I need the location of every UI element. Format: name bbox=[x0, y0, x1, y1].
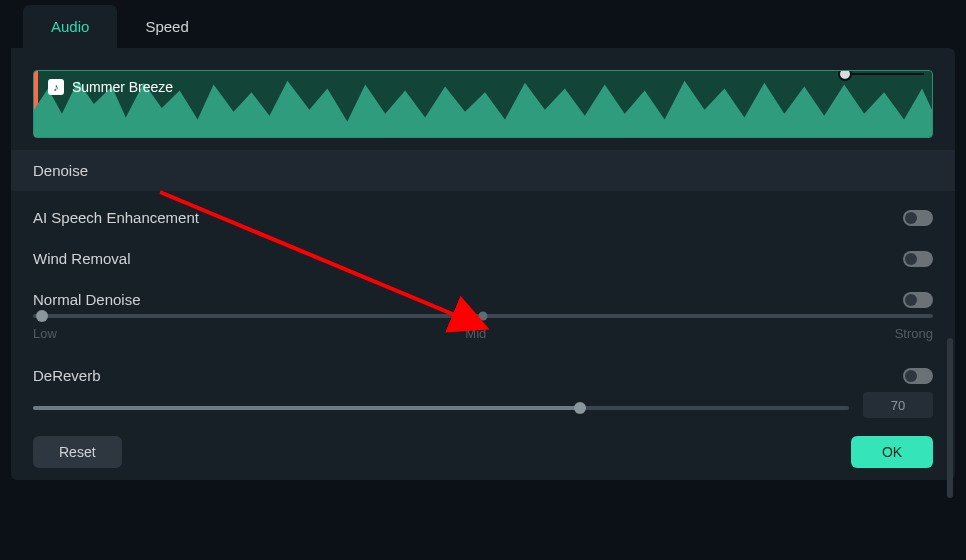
playhead[interactable] bbox=[838, 70, 852, 81]
slider-normal-denoise[interactable]: Low Mid Strong bbox=[33, 308, 933, 345]
music-icon: ♪ bbox=[48, 79, 64, 95]
footer: Reset OK bbox=[11, 418, 955, 468]
scrollbar[interactable] bbox=[947, 338, 953, 498]
tab-audio[interactable]: Audio bbox=[23, 5, 117, 48]
row-normal-denoise: Normal Denoise bbox=[33, 273, 933, 308]
tab-bar: Audio Speed bbox=[11, 0, 955, 48]
toggle-wind-removal[interactable] bbox=[903, 251, 933, 267]
clip-title: Summer Breeze bbox=[72, 79, 173, 95]
slider-dereverb-row: 70 bbox=[33, 392, 933, 418]
row-wind-removal: Wind Removal bbox=[33, 232, 933, 273]
toggle-ai-speech[interactable] bbox=[903, 210, 933, 226]
slider-label-low: Low bbox=[33, 326, 57, 341]
denoise-controls: AI Speech Enhancement Wind Removal Norma… bbox=[11, 191, 955, 418]
slider-label-mid: Mid bbox=[465, 326, 486, 341]
slider-labels: Low Mid Strong bbox=[33, 326, 933, 341]
dereverb-value[interactable]: 70 bbox=[863, 392, 933, 418]
label-dereverb: DeReverb bbox=[33, 367, 101, 384]
audio-panel: ♪ Summer Breeze Denoise AI Speech Enhanc… bbox=[11, 48, 955, 480]
tab-speed[interactable]: Speed bbox=[117, 5, 216, 48]
slider-dereverb[interactable] bbox=[33, 400, 849, 410]
toggle-normal-denoise[interactable] bbox=[903, 292, 933, 308]
slider-label-strong: Strong bbox=[895, 326, 933, 341]
clip-title-wrap: ♪ Summer Breeze bbox=[48, 79, 173, 95]
row-dereverb: DeReverb bbox=[33, 345, 933, 384]
label-ai-speech: AI Speech Enhancement bbox=[33, 209, 199, 226]
ok-button[interactable]: OK bbox=[851, 436, 933, 468]
section-denoise-header: Denoise bbox=[11, 150, 955, 191]
label-normal-denoise: Normal Denoise bbox=[33, 291, 141, 308]
toggle-dereverb[interactable] bbox=[903, 368, 933, 384]
reset-button[interactable]: Reset bbox=[33, 436, 122, 468]
audio-clip[interactable]: ♪ Summer Breeze bbox=[33, 70, 933, 138]
label-wind-removal: Wind Removal bbox=[33, 250, 131, 267]
row-ai-speech: AI Speech Enhancement bbox=[33, 191, 933, 232]
